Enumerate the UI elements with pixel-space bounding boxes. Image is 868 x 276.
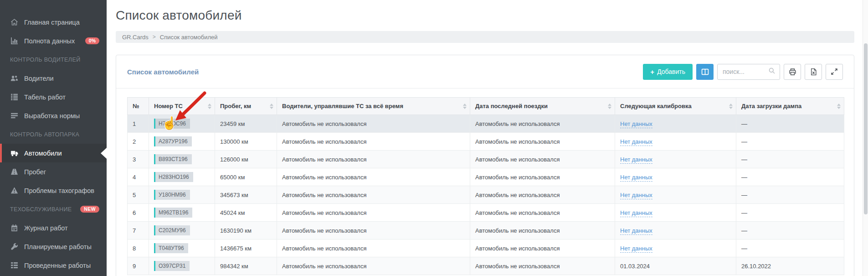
table-cell: Автомобиль не использовался xyxy=(470,133,615,151)
sidebar-label: Журнал работ xyxy=(24,224,68,232)
table-row: 9О397СР31984342 кмАвтомобиль не использо… xyxy=(128,257,844,275)
sidebar-item-timesheet[interactable]: Табель работ xyxy=(0,88,107,106)
search-input[interactable] xyxy=(723,68,768,75)
sidebar-item-cars[interactable]: Автомобили xyxy=(0,144,107,162)
last-trip-status: Автомобиль не использовался xyxy=(475,245,560,252)
vehicle-plate-badge[interactable]: Н283НО196 xyxy=(154,172,193,182)
sidebar-item-tachograph-issues[interactable]: Проблемы тахографов xyxy=(0,181,107,200)
table-cell: 345673 км xyxy=(215,186,277,204)
calendar-icon xyxy=(10,224,18,232)
sidebar-item-work-log[interactable]: Журнал работ xyxy=(0,219,107,237)
vehicle-plate-badge[interactable]: М962ТВ196 xyxy=(154,208,192,218)
last-trip-status: Автомобиль не использовался xyxy=(475,209,560,216)
printer-icon xyxy=(789,68,796,76)
table-cell: 3 xyxy=(128,151,149,168)
last-trip-status: Автомобиль не использовался xyxy=(475,120,560,127)
wrench-icon xyxy=(10,243,18,251)
dump-date: — xyxy=(741,192,747,198)
vehicle-plate-badge[interactable]: Н727ОС96 xyxy=(154,119,190,129)
main-content: Список автомобилей GR.Cards > Список авт… xyxy=(107,0,868,276)
no-data-link[interactable]: Нет данных xyxy=(620,138,652,146)
table-cell: Автомобиль не использовался xyxy=(277,240,470,257)
no-data-link[interactable]: Нет данных xyxy=(620,245,652,253)
breadcrumb-item-root[interactable]: GR.Cards xyxy=(122,34,149,41)
vehicle-plate-badge[interactable]: Т048УТ96 xyxy=(154,243,188,253)
sort-arrows-icon[interactable] xyxy=(608,102,611,111)
table-cell: М962ТВ196 xyxy=(149,204,215,222)
table-cell: 8 xyxy=(128,240,149,257)
bar-chart-icon xyxy=(10,37,18,45)
export-excel-button[interactable] xyxy=(805,64,822,80)
sidebar-item-home[interactable]: Главная страница xyxy=(0,13,107,31)
column-header[interactable]: Следующая калибровка xyxy=(615,98,736,115)
column-header-label: Пробег, км xyxy=(220,103,251,109)
table-cell: Автомобиль не использовался xyxy=(470,186,615,204)
sidebar-item-data-completeness[interactable]: Полнота данных0% xyxy=(0,31,107,50)
drivers-status: Автомобиль не использовался xyxy=(282,138,366,145)
vehicle-plate-badge[interactable]: А287УР196 xyxy=(154,136,192,146)
column-header[interactable]: Номер ТС xyxy=(149,98,215,115)
vehicle-plate-badge[interactable]: В893СТ196 xyxy=(154,154,192,164)
table-cell: 65000 км xyxy=(215,168,277,186)
table-cell: 01.03.2024 xyxy=(615,257,736,275)
column-header[interactable]: Дата загрузки дампа xyxy=(736,98,844,115)
sidebar-item-norm-output[interactable]: Выработка нормы xyxy=(0,106,107,125)
sidebar-label: Табель работ xyxy=(24,94,66,101)
columns-icon xyxy=(701,68,709,76)
column-header[interactable]: Пробег, км xyxy=(215,98,277,115)
calibration-date: 01.03.2024 xyxy=(620,263,650,270)
table-area: №Номер ТСПробег, кмВодители, управлявшие… xyxy=(116,89,854,275)
table-cell: 9 xyxy=(128,257,149,275)
sidebar-item-completed-works[interactable]: Проведенные работы xyxy=(0,256,107,275)
table-cell: — xyxy=(736,151,844,168)
table-cell: 4 xyxy=(128,168,149,186)
column-settings-button[interactable] xyxy=(696,64,714,80)
column-header[interactable]: Водители, управлявшие ТС за всё время xyxy=(277,98,470,115)
vehicle-plate-badge[interactable]: У180НМ96 xyxy=(154,190,190,200)
dump-date: — xyxy=(741,174,747,181)
drivers-status: Автомобиль не использовался xyxy=(282,227,366,234)
sidebar-item-mileage[interactable]: Пробег xyxy=(0,162,107,181)
table-row: 5У180НМ96345673 кмАвтомобиль не использо… xyxy=(128,186,844,204)
sidebar-badge: NEW xyxy=(80,206,99,213)
sort-arrows-icon[interactable] xyxy=(463,102,467,111)
last-trip-status: Автомобиль не использовался xyxy=(475,192,560,198)
column-header[interactable]: Дата последней поездки xyxy=(470,98,615,115)
last-trip-status: Автомобиль не использовался xyxy=(475,138,560,145)
last-trip-status: Автомобиль не использовался xyxy=(475,227,560,234)
table-cell: Автомобиль не использовался xyxy=(470,168,615,186)
table-cell: Автомобиль не использовался xyxy=(470,115,615,133)
fullscreen-button[interactable] xyxy=(826,64,843,80)
dump-date: — xyxy=(741,156,747,163)
table-cell: Автомобиль не использовался xyxy=(277,115,470,133)
sort-arrows-icon[interactable] xyxy=(837,102,841,111)
add-vehicle-button[interactable]: + Добавить xyxy=(643,64,693,80)
no-data-link[interactable]: Нет данных xyxy=(620,120,652,128)
sidebar-item-drivers[interactable]: Водители xyxy=(0,69,107,88)
table-cell: В893СТ196 xyxy=(149,151,215,168)
no-data-link[interactable]: Нет данных xyxy=(620,227,652,235)
table-cell: Автомобиль не использовался xyxy=(277,186,470,204)
breadcrumb-item-current: Список автомобилей xyxy=(160,34,218,41)
column-header-label: Водители, управлявшие ТС за всё время xyxy=(282,103,403,109)
scrollbar-thumb[interactable] xyxy=(864,43,868,214)
no-data-link[interactable]: Нет данных xyxy=(620,209,652,217)
table-cell: О397СР31 xyxy=(149,257,215,275)
sidebar-item-planned-works[interactable]: Планируемые работы xyxy=(0,237,107,256)
sort-arrows-icon[interactable] xyxy=(208,102,211,111)
vehicle-plate-badge[interactable]: О397СР31 xyxy=(154,261,190,271)
sidebar: Главная страницаПолнота данных0%КОНТРОЛЬ… xyxy=(0,0,107,276)
no-data-link[interactable]: Нет данных xyxy=(620,174,652,182)
vehicle-plate-badge[interactable]: С202МУ96 xyxy=(154,225,190,235)
road-icon xyxy=(10,168,18,176)
no-data-link[interactable]: Нет данных xyxy=(620,192,652,199)
sort-arrows-icon[interactable] xyxy=(270,102,273,111)
table-cell: Автомобиль не использовался xyxy=(470,204,615,222)
sidebar-label: Автомобили xyxy=(24,150,62,157)
page-scrollbar[interactable] xyxy=(863,0,868,276)
print-button[interactable] xyxy=(784,64,801,80)
table-cell: Н283НО196 xyxy=(149,168,215,186)
sort-arrows-icon[interactable] xyxy=(729,102,733,111)
mileage-value: 45024 км xyxy=(220,209,245,216)
no-data-link[interactable]: Нет данных xyxy=(620,156,652,164)
